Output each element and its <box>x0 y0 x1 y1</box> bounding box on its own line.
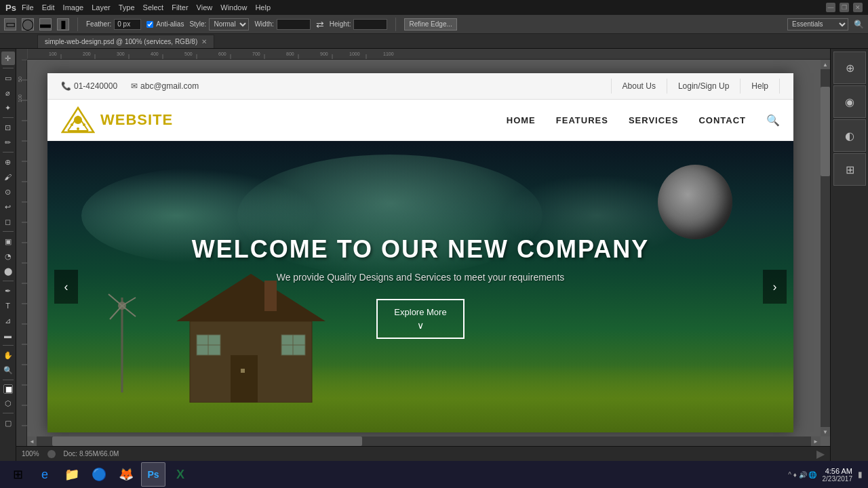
marquee-tool-row[interactable]: ▬ <box>39 18 52 30</box>
eraser-tool[interactable]: ◻ <box>1 215 15 228</box>
menu-type[interactable]: Type <box>119 3 135 12</box>
path-select[interactable]: ⊿ <box>1 314 15 327</box>
scroll-left-btn[interactable]: ◄ <box>27 436 37 446</box>
vertical-ruler: 50 100 <box>16 60 27 446</box>
v-scroll-thumb[interactable] <box>821 87 830 176</box>
scroll-up-btn[interactable]: ▲ <box>821 60 830 69</box>
swap-icon[interactable]: ⇄ <box>316 19 324 30</box>
right-panels: ⊕ ◉ ◐ ⊞ <box>830 49 868 461</box>
title-bar: Ps File Edit Image Layer Type Select Fil… <box>0 0 868 15</box>
canvas-area: 100 200 300 400 500 600 700 800 900 1000… <box>16 49 830 461</box>
color-panel-btn[interactable]: ◉ <box>833 85 866 118</box>
menu-view[interactable]: View <box>197 3 213 12</box>
document-tab[interactable]: simple-web-design.psd @ 100% (services, … <box>37 35 214 48</box>
show-desktop-btn[interactable]: ▮ <box>858 470 863 479</box>
about-link[interactable]: About Us <box>611 79 667 94</box>
firefox-button[interactable]: 🦊 <box>114 462 138 487</box>
pen-tool[interactable]: ✒ <box>1 284 15 298</box>
history-brush[interactable]: ↩ <box>1 200 15 214</box>
svg-text:100: 100 <box>18 94 22 102</box>
workspace-search-icon[interactable]: 🔍 <box>854 20 864 29</box>
dodge-tool[interactable]: ⬤ <box>1 264 15 278</box>
shape-tool[interactable]: ▬ <box>1 329 15 342</box>
clone-tool[interactable]: ⊙ <box>1 185 15 199</box>
window-controls: — ❐ ✕ <box>826 3 863 12</box>
crop-tool[interactable]: ⊡ <box>1 121 15 134</box>
menu-image[interactable]: Image <box>63 3 84 12</box>
h-scrollbar[interactable]: ◄ ► <box>27 436 821 446</box>
quick-mask[interactable]: ⬡ <box>1 396 15 410</box>
scroll-down-btn[interactable]: ▼ <box>821 427 830 436</box>
time-display: 4:56 AM <box>823 467 853 475</box>
menu-file[interactable]: File <box>22 3 34 12</box>
close-button[interactable]: ✕ <box>853 3 863 12</box>
horizontal-ruler: 100 200 300 400 500 600 700 800 900 1000… <box>27 49 830 60</box>
gradient-tool[interactable]: ▣ <box>1 235 15 248</box>
menu-edit[interactable]: Edit <box>42 3 55 12</box>
photoshop-button[interactable]: Ps <box>141 462 165 487</box>
antialias-checkbox[interactable] <box>146 21 153 28</box>
start-button[interactable]: ⊞ <box>5 462 30 487</box>
status-info-icon[interactable] <box>47 450 56 458</box>
screen-mode[interactable]: ▢ <box>1 416 15 430</box>
carousel-next-button[interactable]: › <box>763 270 787 304</box>
zoom-tool[interactable]: 🔍 <box>1 363 15 377</box>
healing-tool[interactable]: ⊕ <box>1 155 15 169</box>
taskbar-left: ⊞ e 📁 🔵 🦊 Ps X <box>5 462 193 487</box>
lasso-tool[interactable]: ⌀ <box>1 86 15 100</box>
menu-help[interactable]: Help <box>255 3 271 12</box>
marquee-tool-rect[interactable]: ▭ <box>4 18 16 30</box>
chrome-button[interactable]: 🔵 <box>87 462 111 487</box>
nav-home[interactable]: HOME <box>507 115 536 125</box>
menu-layer[interactable]: Layer <box>92 3 111 12</box>
marquee-tool-ellipse[interactable]: ◯ <box>22 18 34 30</box>
excel-button[interactable]: X <box>168 462 193 487</box>
design-document: 📞 01-4240000 ✉ abc@gmail.com A <box>47 73 793 432</box>
marquee-tool-col[interactable]: ▮ <box>57 18 69 30</box>
tab-close-button[interactable]: ✕ <box>201 38 207 45</box>
ie-button[interactable]: e <box>33 462 57 487</box>
feather-input[interactable] <box>114 19 141 30</box>
v-scroll-track <box>821 69 830 427</box>
explorer-button[interactable]: 📁 <box>60 462 84 487</box>
svg-point-50 <box>77 127 79 130</box>
style-select[interactable]: Normal <box>209 18 249 30</box>
carousel-prev-button[interactable]: ‹ <box>54 270 78 304</box>
magic-wand-tool[interactable]: ✦ <box>1 101 15 115</box>
help-link[interactable]: Help <box>741 79 780 94</box>
adjustments-panel-btn[interactable]: ◐ <box>833 119 866 152</box>
nav-search-icon[interactable]: 🔍 <box>766 114 780 127</box>
svg-text:700: 700 <box>252 52 260 56</box>
refine-edge-button[interactable]: Refine Edge... <box>404 18 456 30</box>
nav-contact[interactable]: CONTACT <box>698 115 746 125</box>
tools-panel-btn[interactable]: ⊕ <box>833 52 866 84</box>
move-tool[interactable]: ✛ <box>1 52 15 65</box>
date-display: 2/23/2017 <box>823 475 853 483</box>
firefox-icon: 🦊 <box>119 467 134 482</box>
height-input[interactable] <box>353 19 387 30</box>
h-scroll-thumb[interactable] <box>52 436 362 446</box>
ps-taskbar-icon: Ps <box>147 469 159 480</box>
foreground-color[interactable] <box>3 384 13 394</box>
blur-tool[interactable]: ◔ <box>1 249 15 263</box>
maximize-button[interactable]: ❐ <box>840 3 849 12</box>
eyedropper-tool[interactable]: ✏ <box>1 136 15 149</box>
menu-select[interactable]: Select <box>143 3 164 12</box>
nav-services[interactable]: SERVICES <box>629 115 679 125</box>
login-link[interactable]: Login/Sign Up <box>667 79 741 94</box>
width-input[interactable] <box>277 19 311 30</box>
layers-panel-btn[interactable]: ⊞ <box>833 153 866 186</box>
menu-window[interactable]: Window <box>220 3 247 12</box>
topbar-left: 📞 01-4240000 ✉ abc@gmail.com <box>61 81 199 91</box>
workspace-select[interactable]: Essentials <box>787 18 848 30</box>
text-tool[interactable]: T <box>1 299 15 312</box>
nav-features[interactable]: FEATURES <box>556 115 608 125</box>
scroll-right-btn[interactable]: ► <box>811 436 821 446</box>
menu-filter[interactable]: Filter <box>172 3 188 12</box>
minimize-button[interactable]: — <box>826 3 835 12</box>
hand-tool[interactable]: ✋ <box>1 348 15 362</box>
explore-button[interactable]: Explore More ∨ <box>376 299 464 339</box>
marquee-tool[interactable]: ▭ <box>1 71 15 85</box>
brush-tool[interactable]: 🖌 <box>1 170 15 184</box>
v-scrollbar[interactable]: ▲ ▼ <box>821 60 830 436</box>
